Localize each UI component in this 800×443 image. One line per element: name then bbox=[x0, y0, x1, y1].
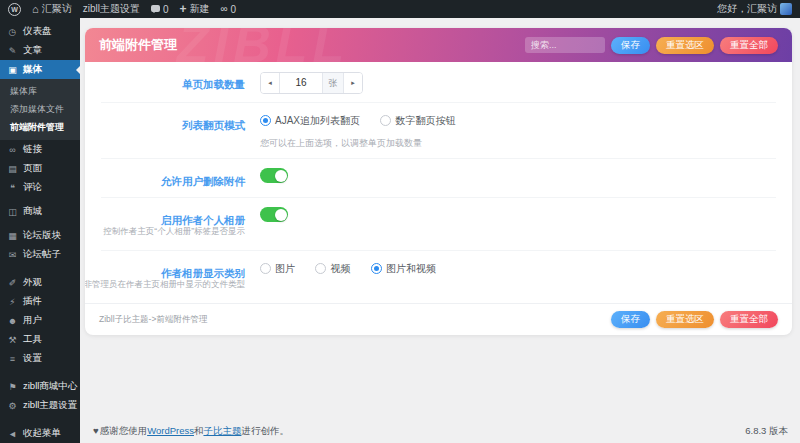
sidebar-item-label: 工具 bbox=[23, 333, 42, 346]
site-name-label: 汇聚访 bbox=[42, 2, 72, 16]
radio-label: 视频 bbox=[330, 262, 350, 276]
setting-row-per-page: 单页加载数量 16 张 bbox=[101, 62, 776, 103]
comment-bubble-icon bbox=[151, 5, 160, 12]
sidebar-item-shop[interactable]: 商城 bbox=[0, 202, 80, 221]
wordpress-logo-menu[interactable] bbox=[8, 3, 21, 16]
theme-settings-label: zibll主题设置 bbox=[83, 2, 140, 16]
setting-row-paging-mode: 列表翻页模式 AJAX追加列表翻页 数字翻页按钮 您可以在上面选项， bbox=[101, 103, 776, 159]
sidebar-item-label: 收起菜单 bbox=[23, 427, 61, 440]
settings-icon bbox=[7, 354, 18, 364]
setting-label: 允许用户删除附件 bbox=[161, 175, 245, 187]
breadcrumb: Zibll子比主题->前端附件管理 bbox=[99, 314, 207, 326]
radio-ajax-paging[interactable]: AJAX追加列表翻页 bbox=[260, 114, 360, 128]
footer-save-button[interactable]: 保存 bbox=[611, 311, 650, 328]
sidebar-item-pages[interactable]: 页面 bbox=[0, 159, 80, 178]
sidebar-item-zibll-theme-settings[interactable]: zibll主题设置 bbox=[0, 396, 80, 415]
site-name-link[interactable]: 汇聚访 bbox=[32, 2, 72, 16]
theme-settings-link[interactable]: zibll主题设置 bbox=[83, 2, 140, 16]
settings-body: 单页加载数量 16 张 bbox=[85, 62, 792, 303]
cart-icon bbox=[7, 382, 18, 392]
zibll-theme-link[interactable]: 子比主题 bbox=[203, 425, 241, 436]
new-content-menu[interactable]: 新建 bbox=[179, 2, 209, 16]
radio-number-paging[interactable]: 数字翻页按钮 bbox=[380, 114, 455, 128]
appearance-icon bbox=[7, 278, 18, 288]
users-icon bbox=[7, 316, 18, 326]
footer-reset-section-button[interactable]: 重置选区 bbox=[656, 311, 714, 328]
sidebar-item-tools[interactable]: 工具 bbox=[0, 330, 80, 349]
setting-description: 控制作者主页“个人相册”标签是否显示 bbox=[85, 226, 245, 238]
forum-posts-icon bbox=[7, 250, 18, 260]
greeting-label: 您好，汇聚访 bbox=[717, 2, 777, 16]
save-button[interactable]: 保存 bbox=[611, 37, 650, 54]
account-menu[interactable]: 您好，汇聚访 bbox=[717, 2, 792, 16]
comments-icon bbox=[7, 183, 18, 193]
footer-thanks-suffix: 进行创作。 bbox=[241, 425, 289, 436]
setting-label: 作者相册显示类别 bbox=[161, 267, 245, 279]
sidebar-item-label: 商城 bbox=[23, 205, 42, 218]
comments-shortcut[interactable]: 0 bbox=[151, 4, 169, 15]
setting-row-author-album: 启用作者个人相册 控制作者主页“个人相册”标签是否显示 bbox=[101, 198, 776, 251]
allow-delete-toggle[interactable] bbox=[260, 168, 288, 183]
search-input[interactable] bbox=[525, 37, 605, 53]
card-header: ZIBLL 前端附件管理 保存 重置选区 重置全部 bbox=[85, 28, 792, 62]
sidebar-item-settings[interactable]: 设置 bbox=[0, 349, 80, 368]
gear-icon bbox=[7, 401, 18, 411]
zibll-watermark: ZIBLL bbox=[177, 28, 349, 62]
sidebar-item-collapse-menu[interactable]: 收起菜单 bbox=[0, 424, 80, 443]
home-icon bbox=[32, 4, 39, 15]
footer-thanks-prefix: 感谢您使用 bbox=[100, 425, 148, 436]
radio-images[interactable]: 图片 bbox=[260, 262, 295, 276]
sidebar-item-zibll-shop-center[interactable]: zibll商城中心 bbox=[0, 377, 80, 396]
setting-row-allow-delete: 允许用户删除附件 bbox=[101, 159, 776, 198]
links-shortcut[interactable]: 0 bbox=[220, 4, 236, 15]
submenu-item-frontend-attachments[interactable]: 前端附件管理 bbox=[0, 118, 80, 136]
footer-reset-all-button[interactable]: 重置全部 bbox=[720, 311, 778, 328]
reset-all-button[interactable]: 重置全部 bbox=[720, 37, 778, 54]
sidebar-item-label: zibll主题设置 bbox=[23, 399, 77, 412]
wordpress-logo-icon bbox=[8, 3, 21, 16]
sidebar-item-appearance[interactable]: 外观 bbox=[0, 273, 80, 292]
sidebar-item-plugins[interactable]: 插件 bbox=[0, 292, 80, 311]
comments-count: 0 bbox=[163, 4, 169, 15]
sidebar-item-label: 页面 bbox=[23, 162, 42, 175]
toggle-knob bbox=[275, 170, 287, 182]
author-album-toggle[interactable] bbox=[260, 207, 288, 222]
admin-sidebar: 仪表盘 文章 媒体 媒体库 添加媒体文件 前端附件管理 链接 页面 bbox=[0, 18, 80, 443]
radio-unchecked-icon bbox=[260, 263, 271, 274]
sidebar-item-label: 媒体 bbox=[23, 63, 42, 76]
wordpress-link[interactable]: WordPress bbox=[147, 425, 194, 436]
sidebar-item-media[interactable]: 媒体 bbox=[0, 60, 80, 79]
submenu-item-media-library[interactable]: 媒体库 bbox=[0, 82, 80, 100]
stepper-value[interactable]: 16 bbox=[279, 73, 323, 93]
page-title: 前端附件管理 bbox=[99, 36, 177, 54]
page-footer: 感谢您使用WordPress和子比主题进行创作。 6.8.3 版本 bbox=[85, 425, 792, 443]
quantity-stepper: 16 张 bbox=[260, 72, 363, 94]
radio-images-and-videos[interactable]: 图片和视频 bbox=[371, 262, 436, 276]
plugins-icon bbox=[7, 297, 18, 307]
stepper-increase-button[interactable] bbox=[344, 73, 362, 93]
stepper-decrease-button[interactable] bbox=[261, 73, 279, 93]
pages-icon bbox=[7, 164, 18, 174]
plus-icon bbox=[179, 3, 186, 15]
radio-checked-icon bbox=[260, 115, 271, 126]
radio-videos[interactable]: 视频 bbox=[315, 262, 350, 276]
radio-label: 图片 bbox=[275, 262, 295, 276]
sidebar-item-links[interactable]: 链接 bbox=[0, 140, 80, 159]
sidebar-item-label: 论坛版块 bbox=[23, 229, 61, 242]
setting-description: 选择非管理员在作者主页相册中显示的文件类型 bbox=[85, 279, 245, 291]
sidebar-item-forum-posts[interactable]: 论坛帖子 bbox=[0, 245, 80, 264]
links-icon bbox=[7, 145, 18, 155]
new-label: 新建 bbox=[189, 2, 209, 16]
dashboard-icon bbox=[7, 27, 18, 37]
collapse-icon bbox=[7, 429, 18, 439]
sidebar-item-users[interactable]: 用户 bbox=[0, 311, 80, 330]
sidebar-item-forum-sections[interactable]: 论坛版块 bbox=[0, 226, 80, 245]
sidebar-item-comments[interactable]: 评论 bbox=[0, 178, 80, 197]
submenu-item-add-media[interactable]: 添加媒体文件 bbox=[0, 100, 80, 118]
sidebar-item-posts[interactable]: 文章 bbox=[0, 41, 80, 60]
wordpress-version: 6.8.3 版本 bbox=[745, 425, 788, 438]
sidebar-item-label: 用户 bbox=[23, 314, 42, 327]
setting-label: 列表翻页模式 bbox=[182, 119, 245, 131]
sidebar-item-dashboard[interactable]: 仪表盘 bbox=[0, 22, 80, 41]
reset-section-button[interactable]: 重置选区 bbox=[656, 37, 714, 54]
